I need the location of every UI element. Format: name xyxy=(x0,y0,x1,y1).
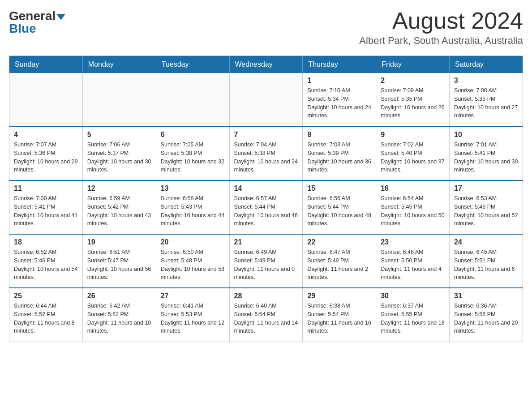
calendar-cell: 18Sunrise: 6:52 AMSunset: 5:46 PMDayligh… xyxy=(9,234,83,288)
calendar-cell: 13Sunrise: 6:58 AMSunset: 5:43 PMDayligh… xyxy=(156,180,229,234)
day-number: 30 xyxy=(381,292,445,300)
day-info: Sunrise: 7:01 AMSunset: 5:41 PMDaylight:… xyxy=(454,141,518,174)
day-info: Sunrise: 7:08 AMSunset: 5:35 PMDaylight:… xyxy=(454,86,518,120)
day-number: 27 xyxy=(161,292,225,300)
calendar-cell: 29Sunrise: 6:38 AMSunset: 5:54 PMDayligh… xyxy=(303,288,376,342)
calendar-cell: 9Sunrise: 7:02 AMSunset: 5:40 PMDaylight… xyxy=(376,127,450,180)
day-number: 17 xyxy=(454,184,518,193)
day-number: 4 xyxy=(14,131,78,139)
month-title: August 2024 xyxy=(359,9,523,32)
day-info: Sunrise: 7:04 AMSunset: 5:38 PMDaylight:… xyxy=(234,141,298,174)
calendar-cell: 2Sunrise: 7:09 AMSunset: 5:35 PMDaylight… xyxy=(376,73,450,127)
day-info: Sunrise: 6:36 AMSunset: 5:56 PMDaylight:… xyxy=(454,302,518,335)
day-number: 15 xyxy=(307,184,371,193)
calendar-cell: 10Sunrise: 7:01 AMSunset: 5:41 PMDayligh… xyxy=(450,127,523,180)
day-number: 10 xyxy=(454,131,518,139)
calendar-cell: 22Sunrise: 6:47 AMSunset: 5:49 PMDayligh… xyxy=(303,234,376,288)
day-number: 2 xyxy=(381,77,445,85)
weekday-header-wednesday: Wednesday xyxy=(229,56,303,73)
week-row-1: 1Sunrise: 7:10 AMSunset: 5:34 PMDaylight… xyxy=(9,73,523,127)
calendar-cell: 26Sunrise: 6:42 AMSunset: 5:52 PMDayligh… xyxy=(82,288,156,342)
title-area: August 2024 Albert Park, South Australia… xyxy=(359,9,523,47)
week-row-5: 25Sunrise: 6:44 AMSunset: 5:52 PMDayligh… xyxy=(9,288,523,342)
location-subtitle: Albert Park, South Australia, Australia xyxy=(359,35,523,47)
week-row-3: 11Sunrise: 7:00 AMSunset: 5:41 PMDayligh… xyxy=(9,180,523,234)
calendar-cell: 1Sunrise: 7:10 AMSunset: 5:34 PMDaylight… xyxy=(303,73,376,127)
day-info: Sunrise: 6:38 AMSunset: 5:54 PMDaylight:… xyxy=(307,302,371,335)
day-number: 1 xyxy=(307,77,371,85)
logo-general: General xyxy=(9,9,65,23)
calendar-cell: 28Sunrise: 6:40 AMSunset: 5:54 PMDayligh… xyxy=(229,288,303,342)
calendar-cell xyxy=(82,73,156,127)
calendar-cell: 4Sunrise: 7:07 AMSunset: 5:36 PMDaylight… xyxy=(9,127,83,180)
weekday-header-row: SundayMondayTuesdayWednesdayThursdayFrid… xyxy=(9,56,523,73)
day-info: Sunrise: 7:06 AMSunset: 5:37 PMDaylight:… xyxy=(87,141,151,174)
day-number: 26 xyxy=(87,292,151,300)
calendar-cell: 3Sunrise: 7:08 AMSunset: 5:35 PMDaylight… xyxy=(450,73,523,127)
calendar-cell: 14Sunrise: 6:57 AMSunset: 5:44 PMDayligh… xyxy=(229,180,303,234)
day-info: Sunrise: 6:57 AMSunset: 5:44 PMDaylight:… xyxy=(234,194,298,228)
day-info: Sunrise: 7:05 AMSunset: 5:38 PMDaylight:… xyxy=(161,141,225,174)
day-info: Sunrise: 6:56 AMSunset: 5:44 PMDaylight:… xyxy=(307,194,371,228)
day-number: 6 xyxy=(161,131,225,139)
calendar-cell: 31Sunrise: 6:36 AMSunset: 5:56 PMDayligh… xyxy=(450,288,523,342)
calendar-table: SundayMondayTuesdayWednesdayThursdayFrid… xyxy=(9,56,523,342)
day-info: Sunrise: 6:59 AMSunset: 5:42 PMDaylight:… xyxy=(87,194,151,228)
day-info: Sunrise: 7:00 AMSunset: 5:41 PMDaylight:… xyxy=(14,194,78,228)
day-number: 31 xyxy=(454,292,518,300)
calendar-cell: 20Sunrise: 6:50 AMSunset: 5:48 PMDayligh… xyxy=(156,234,229,288)
calendar-cell: 8Sunrise: 7:03 AMSunset: 5:39 PMDaylight… xyxy=(303,127,376,180)
day-number: 19 xyxy=(87,238,151,246)
day-info: Sunrise: 6:46 AMSunset: 5:50 PMDaylight:… xyxy=(381,248,445,282)
calendar-cell: 5Sunrise: 7:06 AMSunset: 5:37 PMDaylight… xyxy=(82,127,156,180)
day-number: 24 xyxy=(454,238,518,246)
calendar-cell xyxy=(9,73,83,127)
day-info: Sunrise: 6:54 AMSunset: 5:45 PMDaylight:… xyxy=(381,194,445,228)
day-number: 13 xyxy=(161,184,225,193)
day-info: Sunrise: 6:47 AMSunset: 5:49 PMDaylight:… xyxy=(307,248,371,282)
day-number: 23 xyxy=(381,238,445,246)
day-number: 9 xyxy=(381,131,445,139)
calendar-cell xyxy=(229,73,303,127)
day-info: Sunrise: 6:41 AMSunset: 5:53 PMDaylight:… xyxy=(161,302,225,335)
logo-blue: Blue xyxy=(9,21,36,36)
day-info: Sunrise: 6:50 AMSunset: 5:48 PMDaylight:… xyxy=(161,248,225,282)
calendar-cell: 21Sunrise: 6:49 AMSunset: 5:49 PMDayligh… xyxy=(229,234,303,288)
calendar-cell: 25Sunrise: 6:44 AMSunset: 5:52 PMDayligh… xyxy=(9,288,83,342)
day-info: Sunrise: 6:51 AMSunset: 5:47 PMDaylight:… xyxy=(87,248,151,282)
calendar-cell: 7Sunrise: 7:04 AMSunset: 5:38 PMDaylight… xyxy=(229,127,303,180)
calendar-cell: 17Sunrise: 6:53 AMSunset: 5:46 PMDayligh… xyxy=(450,180,523,234)
day-info: Sunrise: 6:37 AMSunset: 5:55 PMDaylight:… xyxy=(381,302,445,335)
day-info: Sunrise: 6:42 AMSunset: 5:52 PMDaylight:… xyxy=(87,302,151,335)
day-number: 14 xyxy=(234,184,298,193)
day-info: Sunrise: 7:09 AMSunset: 5:35 PMDaylight:… xyxy=(381,86,445,120)
logo-arrow-icon xyxy=(56,14,65,20)
calendar-cell xyxy=(156,73,229,127)
day-info: Sunrise: 7:07 AMSunset: 5:36 PMDaylight:… xyxy=(14,141,78,174)
day-number: 28 xyxy=(234,292,298,300)
calendar-cell: 15Sunrise: 6:56 AMSunset: 5:44 PMDayligh… xyxy=(303,180,376,234)
weekday-header-thursday: Thursday xyxy=(303,56,376,73)
day-number: 22 xyxy=(307,238,371,246)
day-info: Sunrise: 6:44 AMSunset: 5:52 PMDaylight:… xyxy=(14,302,78,335)
calendar-cell: 16Sunrise: 6:54 AMSunset: 5:45 PMDayligh… xyxy=(376,180,450,234)
weekday-header-friday: Friday xyxy=(376,56,450,73)
day-info: Sunrise: 7:10 AMSunset: 5:34 PMDaylight:… xyxy=(307,86,371,120)
day-info: Sunrise: 6:49 AMSunset: 5:49 PMDaylight:… xyxy=(234,248,298,282)
day-number: 21 xyxy=(234,238,298,246)
weekday-header-sunday: Sunday xyxy=(9,56,83,73)
day-info: Sunrise: 7:03 AMSunset: 5:39 PMDaylight:… xyxy=(307,141,371,174)
weekday-header-tuesday: Tuesday xyxy=(156,56,229,73)
day-number: 8 xyxy=(307,131,371,139)
calendar-cell: 19Sunrise: 6:51 AMSunset: 5:47 PMDayligh… xyxy=(82,234,156,288)
week-row-2: 4Sunrise: 7:07 AMSunset: 5:36 PMDaylight… xyxy=(9,127,523,180)
page-header: General Blue August 2024 Albert Park, So… xyxy=(9,9,523,47)
day-number: 25 xyxy=(14,292,78,300)
week-row-4: 18Sunrise: 6:52 AMSunset: 5:46 PMDayligh… xyxy=(9,234,523,288)
calendar-cell: 11Sunrise: 7:00 AMSunset: 5:41 PMDayligh… xyxy=(9,180,83,234)
day-number: 29 xyxy=(307,292,371,300)
day-number: 7 xyxy=(234,131,298,139)
calendar-cell: 12Sunrise: 6:59 AMSunset: 5:42 PMDayligh… xyxy=(82,180,156,234)
logo: General Blue xyxy=(9,9,65,36)
calendar-cell: 24Sunrise: 6:45 AMSunset: 5:51 PMDayligh… xyxy=(450,234,523,288)
